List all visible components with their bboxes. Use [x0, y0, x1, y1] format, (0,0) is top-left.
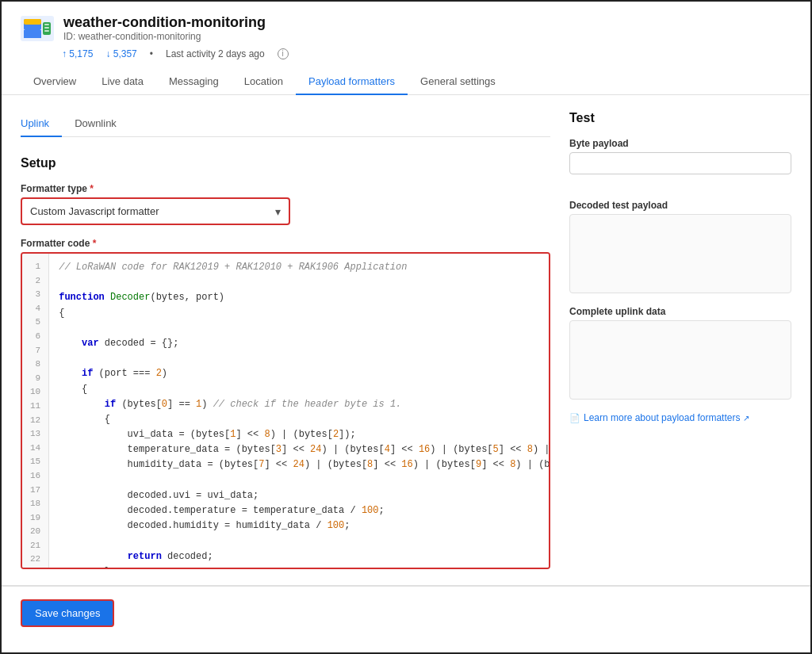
- app-id: ID: weather-condition-monitoring: [63, 31, 266, 42]
- required-star: *: [87, 183, 94, 194]
- svg-rect-7: [44, 30, 49, 32]
- formatter-code-label: Formatter code *: [21, 238, 550, 249]
- formatter-code-section: Formatter code * 12345 678910 1112131415…: [21, 238, 550, 569]
- save-changes-button[interactable]: Save changes: [21, 599, 114, 627]
- test-title: Test: [569, 111, 791, 125]
- tab-messaging[interactable]: Messaging: [156, 69, 232, 95]
- stat-dot: •: [150, 48, 153, 59]
- formatter-type-select-wrapper[interactable]: Custom Javascript formatter Repository f…: [21, 197, 290, 225]
- book-icon: 📄: [569, 413, 580, 423]
- code-editor[interactable]: 12345 678910 1112131415 1617181920 21222…: [21, 252, 550, 569]
- title-info: weather-condition-monitoring ID: weather…: [63, 14, 266, 42]
- decoded-test-payload-label: Decoded test payload: [569, 200, 791, 211]
- tab-location[interactable]: Location: [232, 69, 296, 95]
- app-title: weather-condition-monitoring: [63, 14, 266, 31]
- decoded-test-payload-box: [569, 214, 791, 293]
- formatter-type-label: Formatter type *: [21, 183, 550, 194]
- stat-activity: Last activity 2 days ago: [166, 48, 265, 59]
- stat-down: ↓ 5,357: [105, 48, 136, 59]
- content-area: Uplink Downlink Setup Formatter type * C…: [2, 95, 810, 585]
- byte-payload-label: Byte payload: [569, 138, 791, 149]
- header: weather-condition-monitoring ID: weather…: [2, 2, 810, 95]
- stat-up: ↑ 5,175: [62, 48, 93, 59]
- app-title-row: weather-condition-monitoring ID: weather…: [21, 14, 791, 42]
- code-content[interactable]: // LoRaWAN code for RAK12019 + RAK12010 …: [49, 254, 549, 569]
- footer: Save changes: [2, 586, 810, 640]
- complete-uplink-label: Complete uplink data: [569, 306, 791, 317]
- sub-tab-uplink[interactable]: Uplink: [21, 111, 62, 137]
- svg-rect-5: [44, 24, 49, 25]
- setup-title: Setup: [21, 156, 550, 170]
- learn-more-link[interactable]: 📄 Learn more about payload formatters ↗: [569, 412, 791, 423]
- decoded-test-payload-group: Decoded test payload: [569, 200, 791, 293]
- byte-payload-group: Byte payload: [569, 138, 791, 187]
- info-icon[interactable]: i: [278, 48, 289, 59]
- tab-overview[interactable]: Overview: [21, 69, 89, 95]
- sub-tab-downlink[interactable]: Downlink: [75, 111, 129, 137]
- code-required-star: *: [90, 238, 96, 249]
- left-panel: Uplink Downlink Setup Formatter type * C…: [21, 111, 550, 569]
- formatter-type-group: Formatter type * Custom Javascript forma…: [21, 183, 550, 225]
- external-link-icon: ↗: [743, 414, 749, 423]
- stats-row: ↑ 5,175 ↓ 5,357 • Last activity 2 days a…: [62, 48, 791, 59]
- svg-rect-6: [44, 27, 49, 29]
- svg-rect-2: [24, 19, 41, 25]
- app-icon: [21, 16, 54, 41]
- code-lines: 12345 678910 1112131415 1617181920 21222…: [22, 254, 549, 569]
- complete-uplink-box: [569, 320, 791, 400]
- line-numbers: 12345 678910 1112131415 1617181920 21222…: [22, 254, 49, 569]
- tab-payload-formatters[interactable]: Payload formatters: [296, 69, 408, 95]
- complete-uplink-group: Complete uplink data: [569, 306, 791, 400]
- byte-payload-input[interactable]: [569, 152, 791, 174]
- svg-rect-3: [24, 30, 41, 38]
- nav-tabs: Overview Live data Messaging Location Pa…: [21, 69, 791, 94]
- tab-live-data[interactable]: Live data: [89, 69, 156, 95]
- formatter-type-select[interactable]: Custom Javascript formatter Repository f…: [22, 199, 289, 224]
- tab-general-settings[interactable]: General settings: [408, 69, 508, 95]
- right-panel: Test Byte payload Decoded test payload C…: [569, 111, 791, 569]
- sub-tabs: Uplink Downlink: [21, 111, 550, 137]
